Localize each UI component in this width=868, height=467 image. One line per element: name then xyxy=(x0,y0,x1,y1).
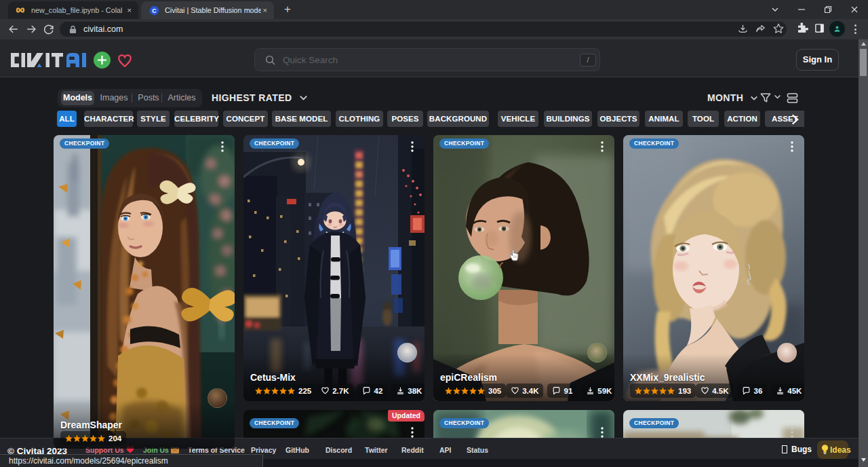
svg-text:C: C xyxy=(152,7,157,14)
